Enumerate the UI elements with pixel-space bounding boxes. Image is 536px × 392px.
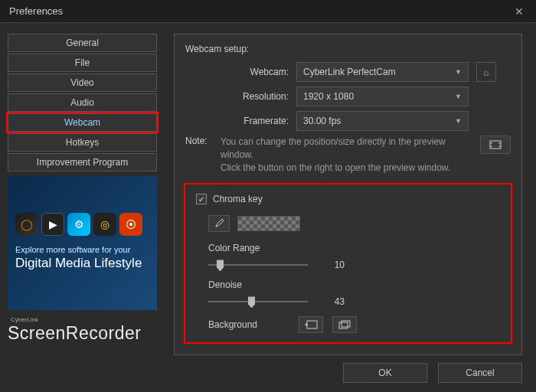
- sidebar-item-video[interactable]: Video: [8, 74, 157, 92]
- open-preview-button[interactable]: [480, 136, 511, 154]
- promo-app-icon: ◎: [93, 213, 116, 236]
- color-swatch[interactable]: [237, 216, 300, 231]
- webcam-panel: Webcam setup: Webcam: CyberLink PerfectC…: [174, 34, 522, 355]
- webcam-row: Webcam: CyberLink PerfectCam ☼: [185, 62, 511, 82]
- chroma-key-checkbox[interactable]: ✔: [196, 194, 207, 204]
- add-bg-icon: [304, 320, 318, 329]
- resolution-label: Resolution:: [185, 91, 296, 102]
- color-range-label: Color Range: [208, 243, 500, 253]
- promo-icons: ◯ ▶ ⚙ ◎ ⦿: [15, 213, 149, 236]
- color-picker-row: [208, 215, 500, 232]
- promo-app-icon: ⦿: [119, 213, 142, 236]
- background-layers-button[interactable]: [332, 316, 357, 333]
- sidebar-item-file[interactable]: File: [8, 54, 157, 72]
- webcam-dropdown[interactable]: CyberLink PerfectCam: [296, 62, 469, 82]
- chroma-checkbox-row: ✔ Chroma key: [196, 194, 500, 204]
- promo-line1: Explore more software for your: [15, 245, 149, 254]
- color-range-slider[interactable]: [208, 260, 308, 270]
- gear-icon[interactable]: ☼: [476, 62, 496, 82]
- svg-rect-2: [339, 322, 348, 328]
- section-title: Webcam setup:: [185, 44, 511, 54]
- sidebar-item-audio[interactable]: Audio: [8, 93, 157, 112]
- window-title: Preferences: [9, 5, 511, 17]
- layers-icon: [338, 320, 351, 329]
- main-panel: Webcam setup: Webcam: CyberLink PerfectC…: [165, 23, 536, 392]
- framerate-label: Framerate:: [185, 116, 296, 126]
- svg-rect-1: [307, 321, 317, 328]
- fullscreen-icon: [489, 140, 502, 149]
- chroma-key-label: Chroma key: [213, 194, 263, 204]
- sidebar-item-webcam[interactable]: Webcam: [8, 113, 157, 132]
- svg-rect-0: [490, 141, 501, 149]
- resolution-row: Resolution: 1920 x 1080: [185, 87, 511, 106]
- chroma-key-section: ✔ Chroma key Color Range: [185, 185, 511, 342]
- denoise-slider[interactable]: [208, 296, 308, 307]
- cancel-button[interactable]: Cancel: [438, 363, 522, 383]
- promo-app-icon: ◯: [15, 213, 38, 236]
- eyedropper-button[interactable]: [208, 215, 230, 232]
- color-range-block: Color Range 10: [208, 243, 500, 270]
- resolution-dropdown[interactable]: 1920 x 1080: [296, 87, 469, 106]
- denoise-block: Denoise 43: [208, 279, 500, 307]
- brand-block: CyberLink ScreenRecorder: [8, 316, 157, 344]
- promo-line2: Digital Media Lifestyle: [15, 256, 149, 271]
- sidebar-item-improvement[interactable]: Improvement Program: [8, 153, 157, 172]
- sidebar: General File Video Audio Webcam Hotkeys …: [0, 23, 165, 392]
- slider-thumb[interactable]: [248, 296, 255, 308]
- denoise-value: 43: [322, 296, 345, 307]
- slider-thumb[interactable]: [217, 260, 224, 271]
- dialog-footer: OK Cancel: [174, 355, 522, 383]
- brand-product: ScreenRecorder: [8, 323, 157, 344]
- note-label: Note:: [185, 136, 221, 146]
- ok-button[interactable]: OK: [343, 363, 427, 383]
- sidebar-item-hotkeys[interactable]: Hotkeys: [8, 133, 157, 152]
- webcam-label: Webcam:: [185, 67, 296, 77]
- svg-rect-3: [342, 321, 350, 327]
- promo-app-icon: ⚙: [67, 213, 90, 236]
- color-range-value: 10: [322, 260, 345, 270]
- note-text: You can change the position/size directl…: [221, 136, 480, 174]
- brand-company: CyberLink: [8, 316, 157, 323]
- close-icon[interactable]: ✕: [511, 5, 527, 18]
- denoise-label: Denoise: [208, 279, 500, 290]
- framerate-dropdown[interactable]: 30.00 fps: [296, 111, 469, 131]
- note-row: Note: You can change the position/size d…: [185, 136, 511, 174]
- promo-banner[interactable]: ◯ ▶ ⚙ ◎ ⦿ Explore more software for your…: [8, 176, 157, 310]
- background-label: Background: [208, 319, 257, 330]
- sidebar-item-general[interactable]: General: [8, 34, 157, 52]
- titlebar: Preferences ✕: [0, 0, 536, 23]
- framerate-row: Framerate: 30.00 fps: [185, 111, 511, 131]
- background-row: Background: [208, 316, 500, 333]
- content-area: General File Video Audio Webcam Hotkeys …: [0, 23, 536, 392]
- promo-app-icon: ▶: [41, 213, 64, 236]
- background-add-button[interactable]: [299, 316, 323, 333]
- eyedropper-icon: [214, 218, 224, 229]
